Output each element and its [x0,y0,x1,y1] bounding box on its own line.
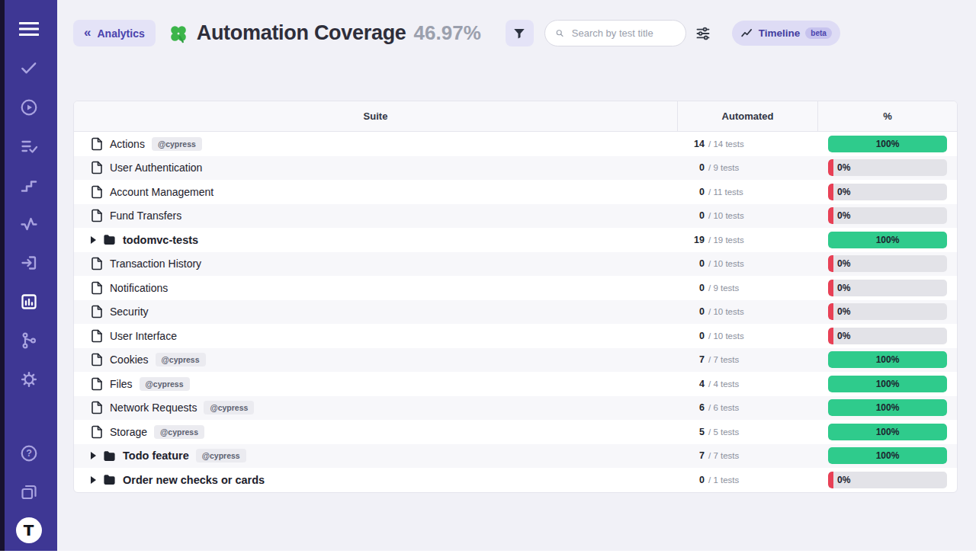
percent-label: 0% [837,306,850,317]
automated-total: / 10 tests [708,307,744,316]
file-icon [91,329,103,343]
table-row[interactable]: Order new checks or cards 0 / 1 tests 0% [74,468,957,492]
percent-cell: 0% [818,472,957,488]
automated-count: 14 [691,139,705,149]
timeline-button[interactable]: Timeline beta [732,21,840,46]
suite-name: Security [110,306,149,318]
folders-icon[interactable] [0,472,57,511]
automated-cell: 0 / 10 tests [677,306,818,317]
help-icon[interactable]: ? [0,434,57,472]
percent-bar-fill [828,159,833,176]
steps-icon[interactable] [0,165,57,204]
app-logo[interactable]: T [16,517,42,543]
table-row[interactable]: Cookies @cypress 7 / 7 tests 100% [74,348,957,373]
caret-right-icon[interactable] [91,476,96,484]
caret-right-icon[interactable] [91,452,96,459]
suite-name: Fund Transfers [110,210,181,222]
automated-cell: 6 / 6 tests [677,402,818,413]
funnel-icon [512,27,526,40]
automated-count: 0 [691,187,705,197]
automated-cell: 0 / 1 tests [677,475,818,485]
percent-label: 0% [837,475,850,485]
automated-cell: 19 / 19 tests [677,235,818,245]
automated-cell: 0 / 9 tests [677,283,818,293]
percent-label: 100% [828,235,947,245]
automated-count: 0 [691,283,705,293]
table-row[interactable]: Network Requests @cypress 6 / 6 tests 10… [74,396,957,421]
table-row[interactable]: Todo feature @cypress 7 / 7 tests 100% [74,444,957,469]
caret-right-icon[interactable] [91,236,96,244]
percent-bar: 0% [828,184,947,200]
automated-cell: 0 / 11 tests [677,187,818,197]
coverage-percent: 46.97% [414,21,481,45]
column-header-percent: % [818,101,957,131]
suite-tag: @cypress [204,401,254,414]
list-check-icon[interactable] [0,126,57,165]
sign-in-icon[interactable] [0,243,57,282]
automated-total: / 10 tests [708,211,744,220]
percent-label: 0% [837,283,850,293]
automated-count: 0 [691,210,705,221]
gear-icon[interactable] [0,360,57,398]
percent-bar: 0% [828,280,947,296]
percent-label: 0% [837,187,850,197]
search-icon [555,27,564,40]
percent-bar-fill [828,255,833,272]
automated-total: / 6 tests [708,403,739,412]
file-icon [91,353,103,366]
percent-cell: 100% [818,376,957,392]
back-analytics-button[interactable]: « Analytics [73,20,156,46]
column-header-suite: Suite [74,101,677,131]
automated-count: 7 [691,450,705,461]
suite-name: Network Requests [110,402,197,414]
percent-bar: 100% [828,351,947,368]
suite-name: Account Management [110,186,214,198]
table-row[interactable]: Files @cypress 4 / 4 tests 100% [74,372,957,396]
folder-icon [103,450,116,462]
table-row[interactable]: Security 0 / 10 tests 0% [74,300,957,325]
column-header-automated: Automated [677,101,818,131]
table-row[interactable]: User Authentication 0 / 9 tests 0% [74,156,957,181]
automated-total: / 11 tests [708,187,743,197]
play-circle-icon[interactable] [0,88,57,126]
automated-cell: 0 / 10 tests [677,210,818,221]
suite-cell: User Authentication [74,161,677,174]
main: « Analytics Automation Coverage 46.97% [57,0,976,551]
topbar: « Analytics Automation Coverage 46.97% [57,0,976,46]
automated-cell: 7 / 7 tests [677,450,818,461]
automated-total: / 9 tests [708,283,739,293]
four-leaf-clover-icon [168,23,189,44]
percent-cell: 0% [818,207,957,224]
filter-button[interactable] [506,20,534,46]
svg-text:?: ? [26,448,32,459]
hamburger-menu-icon[interactable] [19,21,39,37]
bar-chart-icon[interactable] [0,282,57,321]
git-branch-icon[interactable] [0,321,57,360]
table-row[interactable]: Notifications 0 / 9 tests 0% [74,276,957,300]
automated-total: / 14 tests [708,139,744,149]
table-row[interactable]: todomvc-tests 19 / 19 tests 100% [74,228,957,252]
automated-total: / 19 tests [708,235,744,245]
table-row[interactable]: Transaction History 0 / 10 tests 0% [74,252,957,277]
suite-cell: Fund Transfers [74,209,677,222]
table-row[interactable]: User Interface 0 / 10 tests 0% [74,324,957,348]
check-icon[interactable] [0,49,57,88]
sidebar-bottom: ? T [0,434,57,551]
trend-line-icon [740,27,753,40]
suite-name: todomvc-tests [123,234,198,246]
table-row[interactable]: Storage @cypress 5 / 5 tests 100% [74,420,957,444]
search-input[interactable] [570,27,676,40]
table-row[interactable]: Account Management 0 / 11 tests 0% [74,180,957,204]
file-icon [91,185,103,199]
automated-total: / 7 tests [708,451,739,460]
suite-cell: Security [74,305,677,318]
percent-cell: 100% [818,424,957,440]
search-box [544,20,686,46]
activity-icon[interactable] [0,204,57,243]
file-icon [91,257,103,270]
adjustments-button[interactable] [695,26,711,41]
table-row[interactable]: Actions @cypress 14 / 14 tests 100% [74,132,957,156]
table-row[interactable]: Fund Transfers 0 / 10 tests 0% [74,204,957,229]
suite-tag: @cypress [154,425,204,439]
automated-count: 0 [691,306,705,317]
